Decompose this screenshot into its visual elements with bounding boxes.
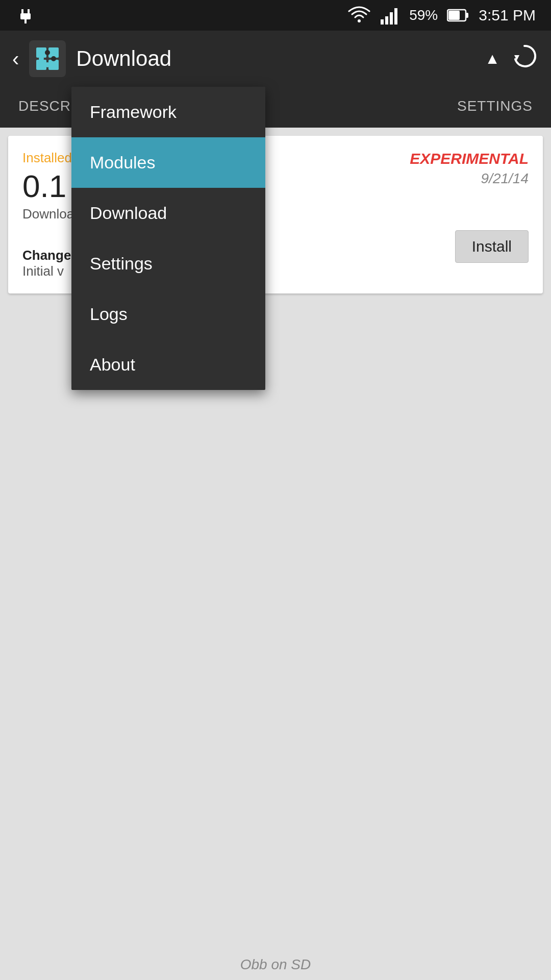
status-bar: 59% 3:51 PM <box>0 0 551 31</box>
installed-label: Installed <box>22 150 72 165</box>
menu-item-download[interactable]: Download <box>71 188 265 238</box>
puzzle-icon <box>34 45 61 72</box>
svg-point-17 <box>51 56 56 61</box>
module-date: 9/21/14 <box>481 170 529 187</box>
svg-rect-3 <box>24 19 27 23</box>
wifi-icon <box>348 4 370 27</box>
app-bar-title: Download <box>76 46 474 71</box>
bottom-bar: Obb on SD <box>0 949 551 980</box>
app-icon <box>29 40 66 77</box>
svg-point-4 <box>358 19 361 22</box>
battery-icon <box>447 8 469 23</box>
plug-icon <box>15 5 36 26</box>
menu-item-about[interactable]: About <box>71 339 265 390</box>
back-button[interactable]: ‹ <box>12 47 19 70</box>
refresh-icon <box>510 42 539 70</box>
status-time: 3:51 PM <box>479 7 536 24</box>
menu-item-framework[interactable]: Framework <box>71 87 265 137</box>
install-button[interactable]: Install <box>455 230 529 263</box>
svg-rect-7 <box>390 12 393 24</box>
signal-icon <box>380 5 400 26</box>
battery-percentage: 59% <box>409 7 438 23</box>
svg-rect-10 <box>466 13 468 18</box>
dropdown-menu: Framework Modules Download Settings Logs… <box>71 87 265 390</box>
status-bar-left <box>15 0 36 31</box>
dropdown-arrow-icon: ▲ <box>485 50 500 67</box>
menu-item-logs[interactable]: Logs <box>71 289 265 339</box>
experimental-label: EXPERIMENTAL <box>410 150 529 167</box>
app-bar: ‹ Download ▲ <box>0 31 551 87</box>
menu-item-settings[interactable]: Settings <box>71 238 265 289</box>
svg-rect-2 <box>20 13 31 19</box>
svg-point-16 <box>45 50 50 55</box>
tab-settings[interactable]: Settings <box>439 87 551 128</box>
svg-rect-6 <box>385 16 388 24</box>
svg-point-18 <box>39 56 44 61</box>
svg-rect-8 <box>394 8 397 24</box>
svg-rect-5 <box>381 19 384 24</box>
menu-item-modules[interactable]: Modules <box>71 137 265 188</box>
svg-point-19 <box>45 62 50 67</box>
svg-rect-11 <box>448 11 460 20</box>
refresh-button[interactable] <box>510 42 539 76</box>
bottom-bar-text: Obb on SD <box>240 957 311 973</box>
